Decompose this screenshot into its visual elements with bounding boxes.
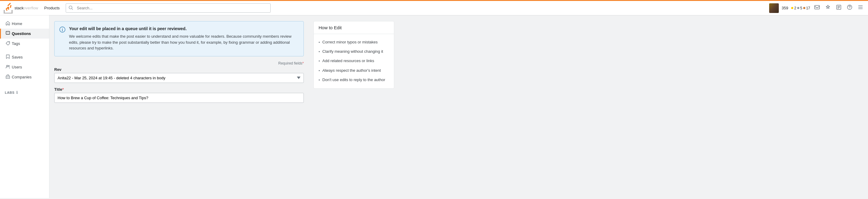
how-to-edit-list: Correct minor typos or mistakes Clarify …: [314, 34, 394, 88]
topbar: stackoverflow Products 359 2 5 17: [0, 0, 868, 15]
title-label-text: Title: [54, 87, 62, 92]
right-panel: How to Edit Correct minor typos or mista…: [309, 15, 399, 198]
sidebar-item-tags[interactable]: Tags: [0, 38, 49, 49]
how-to-edit-item-4: Always respect the author's intent: [322, 68, 381, 73]
sidebar: Home Questions Tags Saves Users: [0, 15, 50, 198]
sidebar-item-users[interactable]: Users: [0, 62, 49, 72]
logo[interactable]: stackoverflow: [4, 3, 38, 13]
sidebar-item-saves[interactable]: Saves: [0, 52, 49, 62]
silver-badge-dot: [797, 7, 799, 9]
title-label: Title*: [54, 87, 304, 92]
how-to-edit-box: How to Edit Correct minor typos or mista…: [313, 21, 394, 89]
svg-point-17: [7, 65, 8, 67]
search-input[interactable]: [66, 3, 271, 13]
info-box-icon: [59, 27, 65, 51]
svg-point-16: [9, 42, 9, 43]
info-box-title: Your edit will be placed in a queue unti…: [69, 26, 299, 31]
rev-label: Rev: [54, 67, 304, 72]
list-item: Add related resources or links: [318, 56, 389, 66]
labs-info-icon[interactable]: ℹ: [16, 90, 18, 95]
sidebar-label-questions: Questions: [12, 31, 31, 36]
svg-point-25: [62, 28, 63, 29]
sidebar-labs-section: LABS ℹ: [0, 87, 49, 96]
required-fields-label: Required fields: [278, 61, 302, 65]
avatar[interactable]: [769, 3, 779, 13]
tags-icon: [6, 41, 10, 46]
rev-field-group: Rev Anita22 - Mar 25, 2024 at 19:45 - de…: [54, 67, 304, 83]
bronze-badge-dot: [803, 7, 805, 9]
logo-text-bold: overflow: [24, 6, 38, 10]
list-item: Clarify meaning without changing it: [318, 47, 389, 56]
svg-line-1: [72, 8, 73, 10]
list-item: Correct minor typos or mistakes: [318, 38, 389, 47]
how-to-edit-item-3: Add related resources or links: [322, 58, 374, 64]
page-layout: Home Questions Tags Saves Users: [0, 15, 868, 198]
logo-text: stackoverflow: [14, 6, 38, 10]
svg-rect-2: [815, 5, 819, 9]
how-to-edit-item-1: Correct minor typos or mistakes: [322, 39, 378, 45]
sidebar-item-companies[interactable]: Companies: [0, 72, 49, 82]
how-to-edit-item-5: Don't use edits to reply to the author: [322, 77, 385, 83]
questions-icon: [6, 31, 10, 36]
how-to-edit-item-2: Clarify meaning without changing it: [322, 49, 383, 54]
inbox-icon[interactable]: [813, 3, 821, 13]
how-to-edit-title: How to Edit: [314, 21, 394, 34]
sidebar-label-tags: Tags: [12, 41, 20, 46]
home-icon: [6, 21, 10, 26]
avatar-image: [769, 3, 779, 13]
help-icon[interactable]: [846, 3, 854, 13]
sidebar-label-home: Home: [12, 21, 22, 26]
hamburger-icon[interactable]: [857, 3, 864, 13]
sidebar-item-home[interactable]: Home: [0, 19, 49, 29]
svg-point-18: [8, 65, 10, 67]
sidebar-item-questions[interactable]: Questions: [0, 29, 49, 38]
gold-badge-count: 2: [794, 6, 796, 10]
gold-badge-dot: [791, 7, 793, 9]
rev-select[interactable]: Anita22 - Mar 25, 2024 at 19:45 - delete…: [54, 73, 304, 83]
sidebar-label-companies: Companies: [12, 75, 32, 79]
list-item: Always respect the author's intent: [318, 66, 389, 75]
info-box: Your edit will be placed in a queue unti…: [54, 21, 304, 56]
title-required-star: *: [62, 87, 64, 92]
info-box-body: We welcome edits that make the post easi…: [69, 33, 299, 51]
info-box-content: Your edit will be placed in a queue unti…: [69, 26, 299, 51]
search-icon: [69, 5, 73, 10]
main-content: Your edit will be placed in a queue unti…: [50, 15, 309, 198]
reputation-score: 359: [782, 6, 788, 10]
sidebar-label-users: Users: [12, 65, 22, 69]
reputation-badges: 2 5 17: [791, 6, 810, 10]
labs-label: LABS: [5, 91, 14, 94]
saves-icon: [6, 55, 10, 60]
list-item: Don't use edits to reply to the author: [318, 75, 389, 85]
required-star: *: [302, 61, 304, 65]
sidebar-label-saves: Saves: [12, 55, 23, 59]
products-button[interactable]: Products: [42, 4, 62, 11]
users-icon: [6, 64, 10, 69]
bronze-badge-count: 17: [806, 6, 810, 10]
topbar-right: 359 2 5 17: [769, 3, 864, 13]
companies-icon: [6, 75, 10, 80]
svg-point-8: [849, 8, 850, 9]
title-field-group: Title*: [54, 87, 304, 103]
title-input[interactable]: [54, 93, 304, 103]
search-bar: [66, 3, 271, 13]
achievements-icon[interactable]: [824, 3, 832, 13]
required-fields-note: Required fields*: [54, 61, 304, 65]
logo-icon: [4, 3, 13, 13]
review-icon[interactable]: [835, 3, 843, 13]
always-italic: Always: [322, 68, 335, 73]
silver-badge-count: 5: [800, 6, 802, 10]
